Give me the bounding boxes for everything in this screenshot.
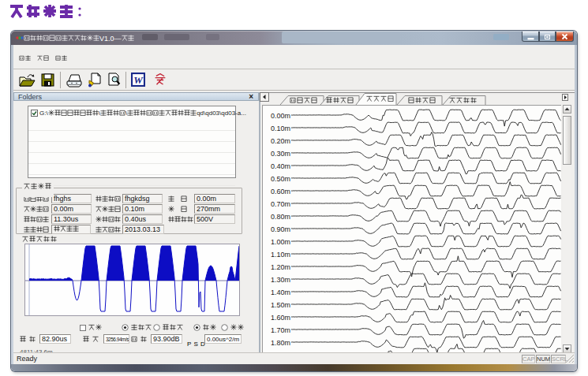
svg-text:W: W xyxy=(133,74,144,86)
